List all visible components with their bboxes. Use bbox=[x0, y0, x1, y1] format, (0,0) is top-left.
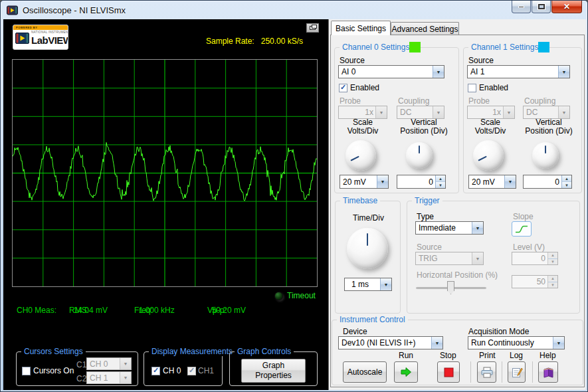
display-ch0-checkbox[interactable]: ✓ bbox=[151, 367, 160, 375]
channel1-color-swatch bbox=[538, 42, 549, 52]
channel0-coupling-select[interactable]: DC▼ bbox=[397, 106, 444, 119]
knob-pointer bbox=[545, 146, 546, 153]
timediv-select[interactable]: 1 ms▼ bbox=[344, 278, 392, 291]
channel1-scale-select[interactable]: 20 mV▼ bbox=[468, 175, 516, 189]
channel1-settings-group: Channel 1 Settings Source AI 1▼ ✓ Enable… bbox=[463, 47, 582, 193]
knob-pointer bbox=[419, 146, 420, 153]
channel1-probe-select[interactable]: 1x▼ bbox=[467, 106, 515, 119]
tab-basic-settings[interactable]: Basic Settings bbox=[331, 21, 391, 35]
scope-plot bbox=[13, 60, 317, 286]
acquisition-mode-value: Run Continuously bbox=[471, 338, 534, 347]
channel1-coupling-select[interactable]: DC▼ bbox=[523, 106, 570, 119]
channel0-enabled-checkbox[interactable]: ✓ bbox=[339, 84, 347, 92]
channel1-probe-value: 1x bbox=[492, 108, 503, 117]
trigger-type-value: Immediate bbox=[419, 223, 456, 233]
dropdown-arrow-icon: ▼ bbox=[380, 278, 391, 290]
timeout-label: Timeout bbox=[287, 291, 316, 300]
stop-label: Stop bbox=[440, 351, 456, 360]
help-label: Help bbox=[539, 351, 556, 360]
display-ch0-label: CH 0 bbox=[163, 366, 181, 375]
device-value: Dev10 (NI ELVIS II+) bbox=[342, 338, 416, 347]
run-button[interactable] bbox=[394, 361, 418, 383]
trigger-title: Trigger bbox=[412, 196, 442, 205]
expand-graph-button[interactable] bbox=[306, 23, 319, 33]
acquisition-mode-select[interactable]: Run Continuously▼ bbox=[468, 336, 565, 349]
channel0-vpos-knob[interactable] bbox=[406, 142, 433, 169]
close-icon: ✕ bbox=[563, 2, 570, 11]
device-select[interactable]: Dev10 (NI ELVIS II+)▼ bbox=[338, 336, 443, 349]
timebase-group: Timebase Time/Div 1 ms▼ bbox=[335, 201, 401, 314]
channel0-scale-value: 20 mV bbox=[343, 177, 366, 187]
cursors-settings-group: Cursors Settings ✓ Cursors On C1 CH 0▼ C… bbox=[16, 351, 138, 386]
channel1-vpos-spinner[interactable]: 0 ▲▼ bbox=[523, 175, 572, 189]
trigger-slope-button[interactable] bbox=[512, 221, 532, 237]
scope-panel: POWERED BY NATIONAL INSTRUMENTS' LabVIEW… bbox=[3, 19, 328, 390]
dropdown-arrow-icon: ▼ bbox=[472, 252, 483, 264]
timediv-knob[interactable] bbox=[347, 228, 388, 269]
channel1-scale-knob[interactable] bbox=[473, 140, 504, 171]
hpos-slider[interactable] bbox=[416, 280, 486, 295]
dropdown-arrow-icon: ▼ bbox=[433, 106, 444, 118]
channel0-source-select[interactable]: AI 0▼ bbox=[338, 65, 444, 78]
cursors-on-checkbox[interactable]: ✓ bbox=[22, 367, 31, 375]
dropdown-arrow-icon: ▼ bbox=[472, 222, 483, 234]
stop-button[interactable] bbox=[437, 361, 460, 383]
channel1-source-label: Source bbox=[468, 56, 494, 65]
channel1-source-select[interactable]: AI 1▼ bbox=[467, 65, 570, 78]
help-button[interactable] bbox=[538, 361, 558, 383]
trigger-source-select[interactable]: TRIG▼ bbox=[415, 252, 484, 265]
knob-pointer bbox=[367, 233, 368, 246]
timediv-label: Time/Div bbox=[336, 213, 401, 223]
channel1-enabled-checkbox[interactable]: ✓ bbox=[468, 84, 476, 92]
cursors-on-label: Cursors On bbox=[33, 366, 74, 375]
close-button[interactable]: ✕ bbox=[551, 1, 582, 13]
hpos-spinner[interactable]: 50 ▲▼ bbox=[512, 275, 558, 288]
slider-thumb[interactable] bbox=[447, 281, 454, 294]
dropdown-arrow-icon: ▼ bbox=[558, 66, 569, 78]
cursor2-source-select[interactable]: CH 1▼ bbox=[86, 371, 132, 384]
channel0-vpos-value: 0 bbox=[397, 177, 435, 187]
graph-properties-button[interactable]: Graph Properties bbox=[241, 359, 306, 383]
log-button[interactable] bbox=[508, 361, 526, 383]
graph-controls-group: Graph Controls Graph Properties bbox=[229, 351, 318, 386]
title-bar[interactable]: Oscilloscope - NI ELVISmx ✕ bbox=[1, 1, 587, 19]
channel0-probe-value: 1x bbox=[365, 108, 375, 117]
print-button[interactable] bbox=[477, 361, 496, 383]
channel1-vpos-knob[interactable] bbox=[532, 142, 559, 169]
minimize-button[interactable] bbox=[512, 1, 531, 13]
channel1-coupling-value: DC bbox=[526, 108, 538, 117]
divider bbox=[470, 361, 471, 383]
dropdown-arrow-icon: ▼ bbox=[504, 175, 516, 188]
divider bbox=[532, 361, 533, 383]
spin-down-icon: ▼ bbox=[548, 258, 557, 265]
divider bbox=[502, 361, 502, 383]
channel1-settings-title: Channel 1 Settings bbox=[468, 43, 541, 52]
trigger-type-label: Type bbox=[417, 212, 434, 221]
trigger-type-select[interactable]: Immediate▼ bbox=[415, 221, 484, 235]
display-ch1-checkbox[interactable]: ✓ bbox=[187, 367, 196, 375]
basic-settings-page: Channel 0 Settings Source AI 0▼ ✓ Enable… bbox=[330, 35, 585, 387]
cursors-settings-title: Cursors Settings bbox=[21, 347, 86, 356]
spin-down-icon: ▼ bbox=[548, 282, 557, 288]
knob-pointer bbox=[350, 156, 359, 161]
maximize-button[interactable] bbox=[532, 1, 551, 13]
autoscale-button[interactable]: Autoscale bbox=[343, 361, 387, 383]
trigger-level-spinner[interactable]: 0 ▲▼ bbox=[512, 252, 558, 265]
window-title: Oscilloscope - NI ELVISmx bbox=[23, 5, 126, 15]
channel0-probe-select[interactable]: 1x▼ bbox=[338, 106, 387, 119]
cursor1-source-select[interactable]: CH 0▼ bbox=[86, 357, 132, 370]
channel0-scale-knob[interactable] bbox=[345, 140, 376, 171]
spin-up-icon: ▲ bbox=[436, 175, 445, 181]
trigger-level-label: Level (V) bbox=[513, 243, 545, 252]
channel0-vpos-spinner[interactable]: 0 ▲▼ bbox=[397, 175, 446, 189]
spin-up-icon: ▲ bbox=[548, 276, 557, 282]
timeout-led bbox=[274, 292, 283, 300]
channel0-scale-select[interactable]: 20 mV▼ bbox=[340, 175, 389, 189]
dropdown-arrow-icon: ▼ bbox=[431, 337, 442, 349]
channel0-settings-group: Channel 0 Settings Source AI 0▼ ✓ Enable… bbox=[334, 47, 459, 193]
tab-advanced-settings[interactable]: Advanced Settings bbox=[391, 22, 459, 35]
channel0-source-label: Source bbox=[340, 56, 365, 65]
channel1-source-value: AI 1 bbox=[470, 67, 484, 76]
display-ch1-label: CH1 bbox=[198, 366, 214, 375]
acquisition-mode-label: Acquisition Mode bbox=[468, 327, 529, 336]
